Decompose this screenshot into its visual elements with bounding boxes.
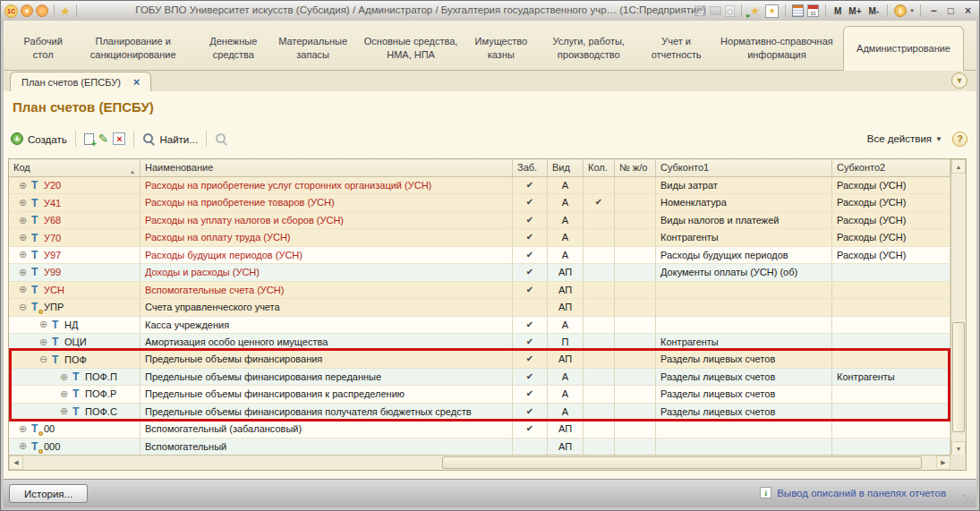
close-button[interactable]: × — [961, 4, 975, 17]
table-row-ОЦИ[interactable]: ⊕ТОЦИАмортизация особо ценного имущества… — [9, 334, 950, 351]
print-icon[interactable] — [710, 6, 721, 15]
table-row-ПОФ.С[interactable]: ⊕ТПОФ.СПредельные объемы финансирования … — [9, 404, 950, 421]
table-row-00[interactable]: ⊕Т00Вспомогательный (забалансовый)✔АП — [9, 421, 950, 438]
main-menu-icon[interactable]: ▾ — [21, 4, 33, 17]
history-button[interactable]: История... — [9, 484, 88, 503]
delete-icon[interactable]: × — [113, 132, 125, 145]
table-row-У41[interactable]: ⊕ТУ41Расходы на приобретение товаров (УС… — [9, 194, 950, 211]
scroll-left-icon[interactable]: ◀ — [9, 456, 23, 470]
memory-m-minus-button[interactable]: M- — [867, 6, 882, 16]
memory-m-button[interactable]: M — [832, 6, 843, 16]
section-tab-денежные-средства[interactable]: Денежные средства — [196, 33, 271, 63]
expand-node-icon[interactable]: ⊕ — [59, 406, 69, 416]
scroll-down-icon[interactable]: ▼ — [951, 441, 966, 456]
cell-journal — [615, 229, 656, 245]
account-name: Вспомогательные счета (УСН) — [141, 282, 513, 298]
cell-offbalance: ✔ — [513, 386, 548, 402]
expand-node-icon[interactable]: ⊕ — [18, 181, 28, 191]
column-header-3[interactable]: Заб. — [513, 159, 548, 176]
table-row-УПР[interactable]: ⊖ТУПРСчета управленческого учетаАП — [9, 299, 950, 316]
column-header-8[interactable]: Субконто2 — [832, 159, 950, 176]
scroll-up-icon[interactable]: ▲ — [951, 159, 966, 174]
expand-node-icon[interactable]: ⊕ — [18, 441, 28, 451]
status-hint[interactable]: i Вывод описаний в панелях отчетов — [760, 487, 946, 498]
section-tab-планирование-и-санкционирование[interactable]: Планирование и санкционирование — [70, 33, 195, 63]
memory-m-plus-button[interactable]: M+ — [847, 6, 863, 16]
column-header-4[interactable]: Вид — [548, 159, 584, 176]
expand-node-icon[interactable]: ⊕ — [18, 424, 28, 434]
table-row-У68[interactable]: ⊕ТУ68Расходы на уплату налогов и сборов … — [9, 212, 950, 229]
scroll-right-icon[interactable]: ▶ — [936, 456, 950, 470]
maximize-button[interactable]: □ — [944, 4, 958, 17]
info-dropdown-icon[interactable]: ▾ — [910, 7, 914, 14]
section-tab-имущество-казны[interactable]: Имущество казны — [467, 33, 535, 63]
resize-grip[interactable]: ⋱ — [963, 494, 973, 504]
column-header-1[interactable]: Код▲ — [9, 159, 141, 176]
column-header-6[interactable]: № ж/о — [615, 159, 656, 176]
expand-node-icon[interactable]: ⊕ — [18, 250, 28, 260]
section-tab-основные-средства-нма-нпа[interactable]: Основные средства, НМА, НПА — [354, 33, 466, 63]
collapse-panel-icon[interactable]: ▼ — [951, 72, 967, 89]
vertical-scrollbar[interactable]: ▲ ▼ — [950, 159, 966, 456]
form-tab-plan-schetov[interactable]: План счетов (ЕПСБУ) × — [10, 72, 151, 91]
calendar-icon[interactable] — [807, 4, 819, 17]
cell-kind: А — [548, 317, 584, 333]
column-header-2[interactable]: Наименование — [141, 159, 513, 176]
table-row-ПОФ[interactable]: ⊖ТПОФПредельные объемы финансирования✔АП… — [9, 351, 950, 368]
table-row-000[interactable]: ⊕Т000ВспомогательныйАП — [9, 439, 950, 456]
expand-node-icon[interactable]: ⊕ — [18, 198, 28, 208]
clear-search-icon[interactable] — [215, 132, 227, 145]
print-preview-icon[interactable] — [725, 5, 735, 17]
account-code: ПОФ — [64, 352, 87, 368]
section-tab-материальные-запасы[interactable]: Материальные запасы — [271, 33, 355, 63]
add-to-favorites-icon[interactable]: ★ — [748, 4, 762, 18]
expand-node-icon[interactable]: ⊕ — [59, 389, 69, 399]
table-row-У99[interactable]: ⊕ТУ99Доходы и расходы (УСН)✔АПДокументы … — [9, 264, 950, 281]
expand-node-icon[interactable]: ⊕ — [18, 233, 28, 243]
save-icon[interactable] — [695, 5, 706, 16]
section-tab-услуги-работы-производство[interactable]: Услуги, работы, производство — [535, 33, 642, 63]
favorites-list-icon[interactable]: ★ — [765, 4, 779, 18]
calculator-icon[interactable] — [792, 4, 804, 17]
1c-app-icon[interactable]: 1С — [4, 4, 18, 18]
cell-subkonto1 — [656, 421, 832, 437]
find-button[interactable]: Найти... — [159, 133, 197, 145]
favorites-star-icon[interactable]: ★ — [60, 4, 71, 18]
help-button[interactable]: ? — [952, 132, 967, 147]
table-row-У20[interactable]: ⊕ТУ20Расходы на приобретение услуг сторо… — [9, 177, 950, 194]
table-row-ПОФ.П[interactable]: ⊕ТПОФ.ППредельные объемы финансирования … — [9, 369, 950, 386]
column-header-5[interactable]: Кол. — [584, 159, 615, 176]
column-header-7[interactable]: Субконто1 — [656, 159, 832, 176]
table-row-У97[interactable]: ⊕ТУ97Расходы будущих периодов (УСН)✔АРас… — [9, 247, 950, 264]
expand-node-icon[interactable]: ⊕ — [18, 285, 28, 294]
service-menu-icon[interactable] — [36, 4, 48, 17]
expand-node-icon[interactable]: ⊕ — [18, 216, 28, 226]
expand-node-icon[interactable]: ⊕ — [59, 372, 69, 382]
table-row-НД[interactable]: ⊕ТНДКасса учреждения✔А — [9, 317, 950, 334]
section-tab-нормативно-справочная-информация[interactable]: Нормативно-справочная информация — [711, 33, 843, 63]
create-button[interactable]: Создать — [28, 133, 67, 145]
expand-node-icon[interactable]: ⊕ — [38, 319, 48, 329]
table-row-У70[interactable]: ⊕ТУ70Расходы на оплату труда (УСН)✔АКонт… — [9, 229, 950, 246]
table-row-УСН[interactable]: ⊕ТУСНВспомогательные счета (УСН)✔АП — [9, 282, 950, 299]
section-tab-рабочий-стол[interactable]: Рабочий стол — [16, 33, 70, 63]
all-actions-button[interactable]: Все действия ▼ — [867, 133, 942, 144]
info-icon[interactable]: i — [894, 4, 907, 17]
table-row-ПОФ.Р[interactable]: ⊕ТПОФ.РПредельные объемы финансирования … — [9, 386, 950, 403]
horizontal-scrollbar[interactable]: ◀ ▶ — [9, 455, 950, 470]
close-tab-icon[interactable]: × — [133, 76, 141, 88]
minimize-button[interactable]: − — [927, 4, 941, 17]
cell-subkonto2 — [832, 264, 950, 280]
expand-node-icon[interactable]: ⊕ — [38, 337, 48, 347]
vertical-scroll-thumb[interactable] — [952, 322, 965, 431]
edit-pencil-icon[interactable]: ✎ — [98, 132, 109, 145]
collapse-node-icon[interactable]: ⊖ — [18, 302, 28, 312]
copy-item-icon[interactable] — [84, 133, 94, 145]
cell-kind: А — [548, 194, 584, 210]
horizontal-scroll-thumb[interactable] — [442, 456, 923, 469]
section-tab-администрирование[interactable]: Администрирование — [843, 26, 964, 71]
cell-kind: АП — [548, 282, 584, 298]
expand-node-icon[interactable]: ⊕ — [18, 268, 28, 277]
collapse-node-icon[interactable]: ⊖ — [38, 354, 48, 364]
section-tab-учет-и-отчетность[interactable]: Учет и отчетность — [642, 33, 710, 63]
